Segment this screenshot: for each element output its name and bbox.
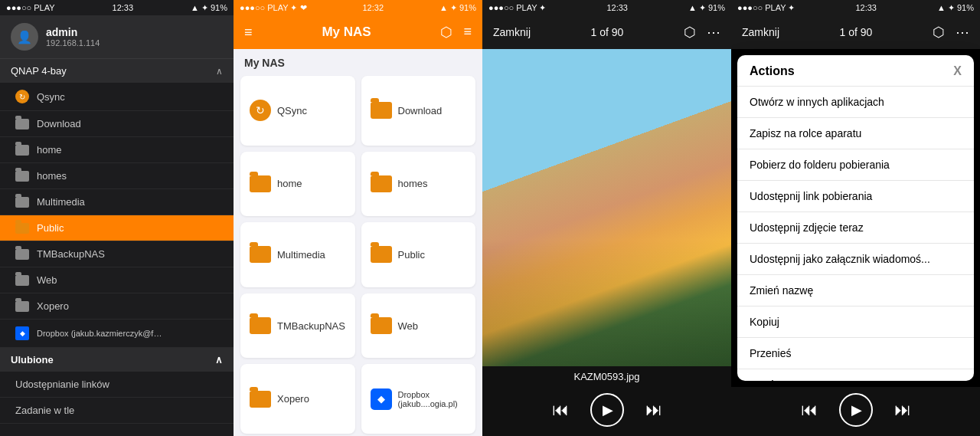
action-share-as-attachment[interactable]: Udostępnij jako załącznik wiadomoś... — [737, 244, 974, 275]
nas-folder-icon-public — [371, 246, 392, 263]
user-ip: 192.168.1.114 — [46, 38, 100, 48]
action-download-to-folder[interactable]: Pobierz do folderu pobierania — [737, 149, 974, 181]
sidebar-item-label-multimedia: Multimedia — [37, 196, 85, 208]
nas-folder-home[interactable]: home — [240, 152, 355, 217]
next-button-3[interactable]: ⏭ — [645, 400, 662, 420]
status-bar-4: ●●●○○ PLAY ✦ 12:33 ▲ ✦ 91% — [731, 0, 980, 15]
action-move[interactable]: Przenieś — [737, 338, 974, 369]
cast-icon-2[interactable]: ⬡ — [440, 24, 452, 41]
sidebar-item-tmbackupnas[interactable]: TMBackupNAS — [0, 241, 234, 267]
sidebar-item-label-udostepnianie: Udostępnianie linków — [15, 379, 109, 390]
nas-folder-icon-multimedia — [250, 246, 271, 263]
signal-1: ▲ ✦ 91% — [191, 3, 227, 13]
sidebar-item-udostepnianie[interactable]: Udostępnianie linków — [0, 372, 234, 398]
user-header: 👤 admin 192.168.1.114 — [0, 15, 234, 58]
qsync-icon: ↻ — [15, 90, 29, 103]
time-4: 12:33 — [855, 3, 877, 12]
status-bar-3: ●●●○○ PLAY ✦ 12:33 ▲ ✦ 91% — [482, 0, 731, 15]
nas-folder-download[interactable]: Download — [361, 76, 476, 146]
sidebar-item-home[interactable]: home — [0, 137, 234, 163]
folder-icon-web — [15, 275, 29, 286]
next-button-4[interactable]: ⏭ — [894, 400, 911, 420]
status-bar-1: ●●●○○ PLAY 12:33 ▲ ✦ 91% — [0, 0, 234, 15]
nas-folder-public[interactable]: Public — [361, 222, 476, 287]
sidebar-item-label-download: Download — [37, 118, 81, 129]
folder-icon-public — [15, 223, 29, 234]
time-2: 12:32 — [362, 3, 384, 12]
folder-icon-download — [15, 119, 29, 129]
prev-button-4[interactable]: ⏮ — [801, 400, 818, 420]
play-button-4[interactable]: ▶ — [839, 393, 873, 427]
action-share-download-link[interactable]: Udostępnij link pobierania — [737, 181, 974, 212]
user-name: admin — [46, 26, 100, 38]
actions-dropdown: Actions X Otwórz w innych aplikacjach Za… — [737, 55, 974, 381]
nas-folder-label-xopero: Xopero — [277, 393, 309, 405]
panel-nas: ●●●○○ PLAY ✦ ❤ 12:32 ▲ ✦ 91% ≡ My NAS ⬡ … — [234, 0, 482, 436]
signal-2: ▲ ✦ 91% — [439, 3, 476, 13]
photo-header: Zamknij 1 of 90 ⬡ ⋯ — [482, 15, 731, 49]
cast-icon-3[interactable]: ⬡ — [684, 24, 696, 41]
play-button-3[interactable]: ▶ — [590, 393, 624, 427]
list-icon[interactable]: ≡ — [463, 24, 472, 41]
actions-photo-header: Zamknij 1 of 90 ⬡ ⋯ — [731, 15, 980, 49]
nas-folder-homes[interactable]: homes — [361, 152, 476, 217]
nas-folder-web[interactable]: Web — [361, 293, 476, 359]
nas-folder-multimedia[interactable]: Multimedia — [240, 222, 355, 287]
action-rename[interactable]: Zmień nazwę — [737, 275, 974, 307]
hamburger-icon[interactable]: ≡ — [244, 25, 253, 41]
sidebar-item-dropbox[interactable]: ◆ Dropbox (jakub.kazmierczyk@f… — [0, 320, 234, 348]
prev-button-3[interactable]: ⏮ — [552, 400, 569, 420]
nas-folder-tmbackupnas[interactable]: TMBackupNAS — [240, 293, 355, 359]
action-save-to-roll[interactable]: Zapisz na rolce aparatu — [737, 118, 974, 149]
nas-folder-icon-download — [371, 102, 392, 119]
sidebar-item-public[interactable]: Public — [0, 215, 234, 241]
sidebar-item-label-public: Public — [37, 222, 64, 234]
more-icon-4[interactable]: ⋯ — [956, 24, 969, 41]
sidebar-item-zadanie[interactable]: Zadanie w tle — [0, 398, 234, 424]
dropbox-icon: ◆ — [15, 326, 29, 340]
sidebar-item-qsync[interactable]: ↻ Qsync — [0, 83, 234, 111]
nas-folder-label-multimedia: Multimedia — [277, 249, 325, 261]
panel-actions: ●●●○○ PLAY ✦ 12:33 ▲ ✦ 91% Zamknij 1 of … — [731, 0, 980, 436]
signal-4: ▲ ✦ 91% — [937, 3, 974, 13]
sidebar-item-label-homes: homes — [37, 170, 67, 182]
carrier-1: ●●●○○ PLAY — [6, 3, 55, 12]
sidebar-item-label-xopero: Xopero — [37, 300, 69, 312]
nas-folder-label-qsync: QSync — [277, 105, 307, 116]
time-3: 12:33 — [606, 3, 628, 12]
more-icon-3[interactable]: ⋯ — [707, 24, 720, 41]
folder-icon-homes — [15, 171, 29, 182]
favorites-section-header[interactable]: Ulubione ∧ — [0, 348, 234, 372]
nas-title: My NAS — [253, 25, 441, 40]
nas-section-title: My NAS — [234, 49, 482, 74]
cast-icon-4[interactable]: ⬡ — [933, 24, 945, 41]
chevron-up-icon: ∧ — [216, 66, 223, 77]
actions-close-button[interactable]: X — [953, 64, 962, 78]
sidebar-item-download[interactable]: Download — [0, 111, 234, 137]
photo-main — [482, 49, 731, 366]
play-icon-4: ▶ — [851, 402, 862, 418]
photo-header-icons: ⬡ ⋯ — [684, 24, 720, 41]
sidebar-item-xopero[interactable]: Xopero — [0, 293, 234, 320]
sidebar-item-multimedia[interactable]: Multimedia — [0, 189, 234, 215]
nas-folder-xopero[interactable]: Xopero — [240, 364, 355, 434]
photo-image — [482, 49, 731, 366]
sidebar-item-web[interactable]: Web — [0, 267, 234, 293]
time-1: 12:33 — [113, 3, 134, 12]
carrier-4: ●●●○○ PLAY ✦ — [737, 3, 795, 13]
folder-icon-tmbackupnas — [15, 249, 29, 260]
actions-close-label[interactable]: Zamknij — [742, 26, 779, 38]
device-header[interactable]: QNAP 4-bay ∧ — [0, 58, 234, 83]
sidebar-item-homes[interactable]: homes — [0, 163, 234, 189]
photo-filename: KAZM0593.jpg — [482, 366, 731, 387]
photo-close-button[interactable]: Zamknij — [493, 26, 531, 38]
sidebar-list: ↻ Qsync Download home homes Multimedia P… — [0, 83, 234, 436]
action-open-other-apps[interactable]: Otwórz w innych aplikacjach — [737, 87, 974, 118]
action-copy[interactable]: Kopiuj — [737, 307, 974, 338]
action-share-photo-now[interactable]: Udostępnij zdjęcie teraz — [737, 212, 974, 244]
action-delete[interactable]: Usuń — [737, 369, 974, 381]
nas-folder-dropbox[interactable]: ◆ Dropbox (jakub....ogia.pl) — [361, 364, 476, 434]
nas-folder-qsync[interactable]: ↻ QSync — [240, 76, 355, 146]
user-info: admin 192.168.1.114 — [46, 26, 100, 48]
actions-header-icons: ⬡ ⋯ — [933, 24, 969, 41]
